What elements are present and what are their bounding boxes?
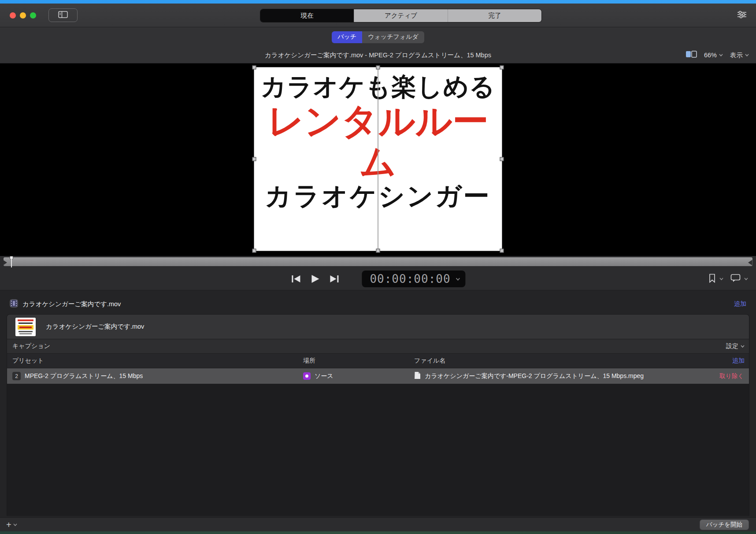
chevron-down-icon [745, 54, 749, 56]
display-select[interactable]: 表示 [730, 51, 749, 59]
job-name: カラオケシンガーご案内です.mov [46, 323, 144, 331]
document-icon [414, 371, 421, 381]
sidebar-toggle-button[interactable] [48, 8, 78, 22]
timeline-scrubber[interactable] [4, 257, 752, 266]
resize-handle-top-left[interactable] [252, 66, 256, 70]
zoom-select[interactable]: 66% [704, 52, 723, 59]
tab-completed[interactable]: 完了 [448, 9, 541, 22]
caption-row: キャプション 設定 [7, 339, 749, 354]
next-frame-button[interactable] [329, 275, 340, 283]
caption-label: キャプション [12, 342, 50, 350]
preset-count-badge: 2 [12, 372, 21, 380]
preview-canvas: カラオケも楽しめる レンタルルーム カラオケシンガー [0, 63, 756, 256]
preview-title: カラオケシンガーご案内です.mov - MPEG-2 プログラムストリーム、15… [0, 47, 756, 63]
job-thumbnail [15, 318, 36, 336]
tab-active[interactable]: アクティブ [354, 9, 448, 22]
column-header-location: 場所 [303, 357, 414, 365]
batch-source-name: カラオケシンガーご案内です.mov [22, 300, 121, 308]
inspector-sliders-button[interactable] [737, 10, 747, 20]
batch-section: カラオケシンガーご案内です.mov 追加 カラオケシンガーご案内です.mov キ… [0, 290, 756, 517]
column-header-filename: ファイル名 [414, 357, 695, 365]
resize-handle-top-right[interactable] [500, 66, 504, 70]
job-row[interactable]: カラオケシンガーご案内です.mov [7, 315, 749, 339]
chevron-down-icon [13, 523, 17, 526]
status-view-tabs: 現在 アクティブ 完了 [260, 9, 542, 22]
desktop-edge-top [0, 0, 756, 4]
zoom-button[interactable] [30, 12, 36, 19]
tab-watch-folder[interactable]: ウォッチフォルダ [362, 31, 424, 43]
movie-file-icon [10, 299, 18, 309]
timecode-value: 00:00:00:00 [370, 272, 450, 286]
source-location-icon [303, 372, 311, 380]
add-icon: + [6, 520, 11, 529]
timeline-start-marker-icon [2, 259, 7, 267]
zoom-value: 66% [704, 52, 717, 59]
transport-bar: 00:00:00:00 [0, 267, 756, 290]
preview-header-controls: 66% 表示 [686, 47, 749, 63]
chevron-down-icon [719, 54, 723, 56]
sidebar-icon [58, 11, 68, 19]
resize-handle-mid-left[interactable] [252, 157, 256, 161]
playhead[interactable] [10, 256, 13, 268]
play-button[interactable] [311, 274, 319, 283]
preset-location: ソース [315, 372, 334, 380]
tab-current[interactable]: 現在 [260, 9, 354, 22]
annotation-options-chevron[interactable] [744, 278, 748, 280]
add-preset-link[interactable]: 追加 [732, 357, 745, 365]
previous-frame-button[interactable] [290, 275, 301, 283]
column-header-preset: プリセット [12, 357, 303, 365]
minimize-button[interactable] [20, 12, 26, 19]
marker-button[interactable] [708, 274, 716, 285]
batch-source-header: カラオケシンガーご案内です.mov 追加 [0, 296, 756, 312]
marker-options-chevron[interactable] [719, 278, 723, 280]
tab-batch[interactable]: バッチ [332, 31, 362, 43]
remove-preset-link[interactable]: 取り除く [719, 372, 744, 380]
video-frame: カラオケも楽しめる レンタルルーム カラオケシンガー [254, 67, 502, 251]
preset-name: MPEG-2 プログラムストリーム、15 Mbps [25, 372, 143, 380]
mode-row: バッチ ウォッチフォルダ [0, 27, 756, 47]
chevron-down-icon [741, 345, 745, 348]
timeline-end-marker-icon [748, 259, 754, 267]
resize-handle-bottom-right[interactable] [500, 249, 504, 253]
add-output-link[interactable]: 追加 [734, 300, 746, 308]
timecode-display[interactable]: 00:00:00:00 [362, 271, 465, 287]
bottom-bar: + バッチを開始 [0, 517, 756, 531]
transport-controls: 00:00:00:00 [290, 267, 465, 290]
chevron-down-icon [456, 278, 460, 281]
compare-split-divider[interactable] [378, 67, 378, 251]
transport-right-controls [708, 267, 748, 290]
job-panel: カラオケシンガーご案内です.mov キャプション 設定 プリセット 場所 ファイ… [7, 314, 749, 516]
close-button[interactable] [10, 12, 16, 19]
caption-settings-label: 設定 [726, 342, 738, 350]
mode-segmented-control: バッチ ウォッチフォルダ [332, 31, 424, 43]
annotation-button[interactable] [730, 274, 741, 284]
compare-view-button[interactable] [686, 50, 697, 60]
output-filename: カラオケシンガーご案内です-MPEG-2 プログラムストリーム、15 Mbps.… [425, 372, 644, 380]
preset-row[interactable]: 2 MPEG-2 プログラムストリーム、15 Mbps ソース カラオケシンガー… [7, 368, 749, 384]
sliders-icon [737, 14, 747, 20]
start-batch-button[interactable]: バッチを開始 [700, 519, 749, 530]
resize-handle-bottom-left[interactable] [252, 249, 256, 253]
desktop-edge-bottom [0, 531, 756, 534]
resize-handle-mid-right[interactable] [500, 157, 504, 161]
job-panel-empty-area [7, 384, 749, 516]
caption-settings-button[interactable]: 設定 [726, 342, 745, 350]
preview-header: カラオケシンガーご案内です.mov - MPEG-2 プログラムストリーム、15… [0, 47, 756, 63]
preset-table-header: プリセット 場所 ファイル名 追加 [7, 354, 749, 368]
resize-handle-top-center[interactable] [376, 66, 380, 70]
traffic-lights [10, 12, 36, 19]
add-job-button[interactable]: + [6, 520, 17, 529]
display-label: 表示 [730, 51, 743, 59]
resize-handle-bottom-center[interactable] [376, 249, 380, 253]
window-titlebar: 現在 アクティブ 完了 [0, 4, 756, 27]
timeline-row [0, 256, 756, 267]
